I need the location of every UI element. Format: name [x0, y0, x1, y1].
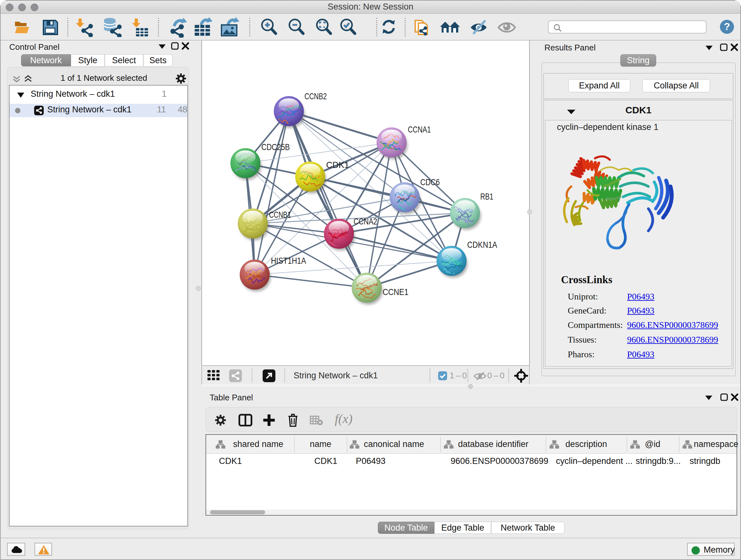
- svg-text:HIST1H1A: HIST1H1A: [271, 256, 306, 266]
- svg-text:CCNE1: CCNE1: [383, 287, 408, 297]
- svg-text:RB1: RB1: [480, 192, 493, 201]
- svg-text:CDC25B: CDC25B: [261, 142, 290, 152]
- svg-text:CDKN1A: CDKN1A: [467, 240, 497, 250]
- svg-text:CCNB2: CCNB2: [305, 91, 327, 101]
- svg-text:CCNA2: CCNA2: [354, 216, 377, 226]
- svg-text:CDC6: CDC6: [420, 177, 440, 187]
- svg-text:?: ?: [724, 21, 730, 32]
- svg-text:CCNA1: CCNA1: [408, 125, 431, 134]
- svg-text:CDK1: CDK1: [326, 160, 349, 170]
- svg-text:CCNB1: CCNB1: [269, 210, 291, 220]
